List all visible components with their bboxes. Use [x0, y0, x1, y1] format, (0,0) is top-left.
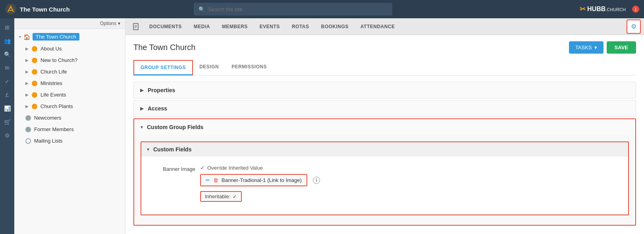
custom-group-fields-section: ▾ Custom Group Fields ▾ Custom Fields Ba…: [133, 118, 636, 226]
sidebar-item-church-life[interactable]: ▶ Church Life: [14, 66, 125, 77]
info-icon[interactable]: ℹ: [313, 177, 320, 184]
search-input[interactable]: [208, 6, 388, 12]
override-label: Override Inherited Value: [207, 165, 263, 171]
top-bar: The Town Church 🔍 ✂ HUBB.CHURCH 1: [0, 0, 644, 18]
sidebar-item-ministries[interactable]: ▶ Ministries: [14, 77, 125, 89]
search-bar[interactable]: 🔍: [194, 3, 392, 15]
chevron-icon: ▶: [25, 93, 29, 97]
inheritable-check-icon: ✓: [233, 193, 237, 199]
properties-title: Properties: [148, 87, 175, 93]
banner-image-row: Banner Image ✓ Override Inherited Value …: [148, 164, 622, 202]
page-actions: TASKS ▾ SAVE: [569, 41, 636, 54]
custom-fields-header[interactable]: ▾ Custom Fields: [141, 142, 628, 157]
tab-design[interactable]: DESIGN: [193, 60, 225, 75]
icon-bar-pound[interactable]: £: [1, 89, 13, 101]
sidebar-item-life-events[interactable]: ▶ Life Events: [14, 89, 125, 101]
hubb-label: HUBB.CHURCH: [587, 6, 626, 13]
properties-section: ▶ Properties: [133, 82, 636, 99]
chevron-icon: ▶: [25, 46, 29, 51]
root-chevron-icon: ▾: [19, 35, 21, 39]
circle-icon-outline: [25, 138, 31, 144]
tab-events[interactable]: EVENTS: [254, 21, 285, 33]
sidebar-item-new-to-church[interactable]: ▶ New to Church?: [14, 54, 125, 66]
chevron-icon: ▶: [25, 81, 29, 85]
cgf-body: ▾ Custom Fields Banner Image ✓ Override …: [134, 135, 635, 225]
access-title: Access: [148, 105, 167, 112]
icon-bar-people[interactable]: 👥: [1, 35, 13, 47]
circle-icon: [32, 58, 37, 63]
custom-group-fields-header[interactable]: ▾ Custom Group Fields: [134, 119, 635, 135]
svg-point-0: [5, 4, 16, 15]
options-chevron-icon: ▾: [118, 21, 120, 26]
banner-image-content: ✓ Override Inherited Value ✏ 🗑 Banner-Tr…: [200, 164, 622, 202]
sidebar-root-item[interactable]: ▾ 🏠 The Town Church: [14, 31, 125, 43]
sidebar-item-mailing-lists[interactable]: Mailing Lists: [14, 135, 125, 147]
inheritable-label: Inheritable:: [205, 193, 230, 199]
icon-bar-chart[interactable]: 📊: [1, 102, 13, 114]
sidebar-label: Newcomers: [34, 115, 62, 121]
properties-chevron-icon: ▶: [140, 87, 144, 93]
sidebar-label: Former Members: [34, 126, 74, 132]
nav-doc-icon-btn[interactable]: [129, 19, 143, 34]
circle-icon: [32, 69, 37, 75]
chevron-icon: ▶: [25, 104, 29, 108]
search-icon: 🔍: [199, 6, 205, 12]
sidebar-label: Mailing Lists: [34, 138, 63, 144]
sidebar-item-about-us[interactable]: ▶ About Us: [14, 43, 125, 54]
delete-icon[interactable]: 🗑: [213, 177, 218, 183]
scissors-icon: ✂: [580, 5, 586, 14]
tab-bookings[interactable]: BOOKINGS: [315, 21, 354, 33]
tab-members[interactable]: MEMBERS: [216, 21, 253, 33]
icon-bar-grid[interactable]: ⊞: [1, 21, 13, 33]
tab-permissions[interactable]: PERMISSIONS: [225, 60, 273, 75]
sidebar-label: Ministries: [40, 80, 62, 86]
icon-bar-mail[interactable]: ✉: [1, 62, 13, 74]
chevron-icon: ▶: [25, 58, 29, 62]
options-button[interactable]: Options ▾: [100, 21, 120, 26]
settings-button[interactable]: ⚙: [627, 19, 641, 34]
icon-bar-cart[interactable]: 🛒: [1, 116, 13, 128]
tasks-chevron-icon: ▾: [594, 44, 597, 50]
cgf-title: Custom Group Fields: [147, 124, 203, 130]
tab-rotas[interactable]: ROTAS: [286, 21, 315, 33]
sidebar-label: About Us: [40, 46, 62, 52]
top-bar-right: ✂ HUBB.CHURCH 1: [580, 5, 639, 14]
org-name: The Town Church: [20, 6, 70, 13]
circle-icon-grey: [25, 127, 31, 132]
cf-title: Custom Fields: [153, 146, 191, 153]
hubb-brand: ✂ HUBB.CHURCH: [580, 5, 626, 14]
sidebar-items: ▾ 🏠 The Town Church ▶ About Us ▶ New to …: [14, 29, 125, 148]
circle-icon: [32, 104, 37, 109]
circle-icon-grey: [25, 115, 31, 121]
banner-value: Banner-Tradional-1 (Link to Image): [222, 177, 302, 183]
tasks-button[interactable]: TASKS ▾: [569, 41, 604, 54]
circle-icon: [32, 92, 37, 98]
sidebar-label: Church Life: [40, 69, 67, 75]
icon-bar-check[interactable]: ✓: [1, 75, 13, 87]
tab-bar: GROUP SETTINGS DESIGN PERMISSIONS: [133, 60, 636, 75]
sidebar-item-former-members[interactable]: Former Members: [14, 124, 125, 135]
access-chevron-icon: ▶: [140, 106, 144, 111]
icon-bar-search[interactable]: 🔍: [1, 48, 13, 60]
tab-media[interactable]: MEDIA: [188, 21, 216, 33]
sidebar-item-newcomers[interactable]: Newcomers: [14, 112, 125, 124]
page-header: The Town Church TASKS ▾ SAVE: [133, 41, 636, 54]
notification-badge[interactable]: 1: [632, 6, 639, 13]
tab-attendance[interactable]: ATTENDANCE: [355, 21, 401, 33]
access-header[interactable]: ▶ Access: [134, 101, 636, 116]
tab-group-settings[interactable]: GROUP SETTINGS: [133, 60, 193, 75]
override-check-icon: ✓: [200, 164, 205, 171]
tab-documents[interactable]: DOCUMENTS: [144, 21, 187, 33]
sidebar-item-church-plants[interactable]: ▶ Church Plants: [14, 101, 125, 112]
sidebar: Options ▾ ▾ 🏠 The Town Church ▶ About Us…: [14, 18, 125, 234]
edit-icon[interactable]: ✏: [206, 177, 210, 183]
save-button[interactable]: SAVE: [607, 41, 636, 54]
sidebar-label: Life Events: [40, 92, 66, 98]
cf-body: Banner Image ✓ Override Inherited Value …: [141, 157, 628, 215]
properties-header[interactable]: ▶ Properties: [134, 82, 636, 98]
icon-bar-settings[interactable]: ⚙: [1, 130, 13, 141]
secondary-nav: DOCUMENTS MEDIA MEMBERS EVENTS ROTAS BOO…: [125, 18, 644, 35]
custom-fields-section: ▾ Custom Fields Banner Image ✓ Override …: [141, 141, 629, 215]
circle-icon: [32, 81, 37, 86]
cf-chevron-icon: ▾: [147, 147, 149, 152]
